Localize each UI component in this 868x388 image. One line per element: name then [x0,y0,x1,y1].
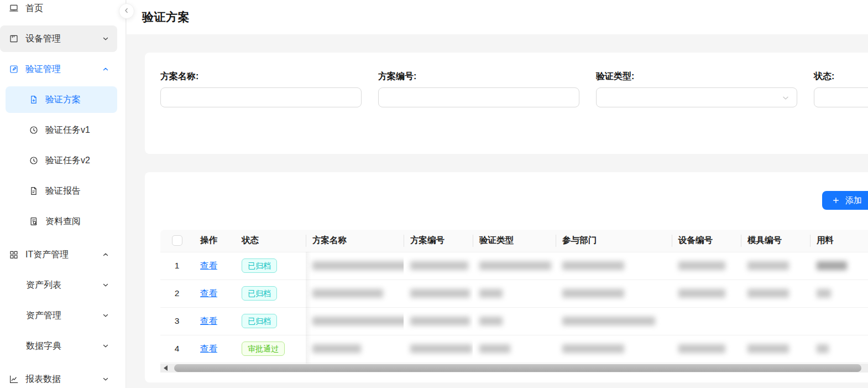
sidebar-collapse-button[interactable] [119,3,134,19]
page-header: 验证方案 [127,0,868,34]
column-header: 方案名称 [306,230,404,252]
add-button[interactable]: 添加 [822,191,868,210]
left-triangle-icon [164,365,168,371]
redacted-text [747,344,789,353]
sidebar-item-label: 验证任务v2 [45,155,109,167]
table-row: 3查看已归档 [160,307,868,335]
status-cell: 已归档 [235,252,306,280]
column-header: 操作 [194,230,235,252]
sidebar-item-verify-report[interactable]: 验证报告 [6,178,117,204]
status-select[interactable] [814,87,868,107]
redacted-text [410,317,470,325]
file-add-icon [29,95,39,105]
redacted-text [410,289,470,298]
redacted-text [312,317,404,325]
filter-field-verify-type: 验证类型: [596,71,797,107]
redacted-text [410,261,468,270]
table-row: 4查看审批通过 [160,335,868,363]
status-cell: 已归档 [235,307,306,335]
row-index: 1 [160,252,194,280]
sidebar-item-label: 验证方案 [45,94,109,106]
sidebar-item-doc-review[interactable]: 资料查阅 [6,208,117,235]
row-index: 4 [160,335,194,363]
status-badge: 已归档 [242,258,277,273]
select-all-checkbox[interactable] [172,235,182,246]
filter-label: 验证类型: [596,71,797,82]
redacted-cell [306,335,404,363]
sidebar-item-asset-list[interactable]: 资产列表 [6,272,117,298]
redacted-text [562,261,624,270]
status-badge: 已归档 [242,286,277,301]
action-cell: 查看 [194,335,235,363]
redacted-text [312,289,383,298]
sidebar-item-label: 验证任务v1 [45,125,109,136]
sidebar-item-label: 验证管理 [25,64,102,75]
plan-code-input[interactable] [378,87,579,107]
redacted-cell [741,307,810,335]
column-header: 设备编号 [672,230,741,252]
redacted-cell [741,335,810,363]
sidebar-item-verify-mgmt[interactable]: 验证管理 [0,56,117,82]
page-title: 验证方案 [142,9,190,25]
sidebar-item-verify-plan[interactable]: 验证方案 [6,86,117,113]
redacted-cell [556,335,672,363]
edit-square-icon [9,64,19,74]
filter-label: 方案编号: [378,71,579,82]
sidebar-item-verify-task-v1[interactable]: 验证任务v1 [6,117,117,143]
sidebar-item-report-data[interactable]: 报表数据 [0,366,117,388]
sidebar-item-asset-mgmt[interactable]: 资产管理 [6,302,117,329]
sidebar-item-label: IT资产管理 [25,249,102,261]
view-link[interactable]: 查看 [200,344,217,353]
column-header: 用料 [810,230,868,252]
redacted-cell [473,307,556,335]
clock-icon [29,156,39,165]
filter-fields: 方案名称:方案编号:验证类型:状态: [160,71,868,107]
status-badge: 已归档 [242,314,277,328]
redacted-cell [810,252,868,280]
sidebar-item-it-asset-mgmt[interactable]: IT资产管理 [0,241,117,268]
status-badge: 审批通过 [242,342,285,356]
redacted-cell [741,252,810,280]
redacted-text [410,344,472,353]
sidebar-item-device-mgmt[interactable]: 设备管理 [0,25,117,52]
sidebar-item-label: 设备管理 [25,33,102,45]
view-link[interactable]: 查看 [200,261,217,270]
filter-field-plan-code: 方案编号: [378,71,579,107]
file-pdf-icon [29,186,39,196]
scrollbar-thumb[interactable] [174,364,861,372]
main-area: 验证方案 方案名称:方案编号:验证类型:状态: 添加 操作状态方案名称方案编号验… [127,0,868,388]
redacted-text [312,261,404,270]
redacted-cell [306,252,404,280]
redacted-cell [741,280,810,307]
table-panel: 添加 操作状态方案名称方案编号验证类型参与部门设备编号模具编号用料 1查看已归档… [145,172,868,382]
redacted-cell [473,252,556,280]
filter-panel: 方案名称:方案编号:验证类型:状态: [145,53,868,154]
redacted-cell [404,307,473,335]
chevron-down-icon [102,281,109,289]
view-link[interactable]: 查看 [200,288,217,298]
action-cell: 查看 [194,252,235,280]
horizontal-scrollbar[interactable] [160,364,868,373]
sidebar-item-label: 数据字典 [26,340,102,352]
redacted-cell [672,252,741,280]
scroll-left-arrow[interactable] [160,364,170,373]
redacted-text [817,261,847,270]
sidebar-item-home[interactable]: 首页 [0,0,117,22]
verify-type-select[interactable] [596,87,797,107]
sidebar-item-verify-task-v2[interactable]: 验证任务v2 [6,147,117,174]
sidebar-item-label: 资产列表 [26,280,102,291]
chevron-down-icon [102,35,109,43]
sidebar-menu: 首页设备管理验证管理验证方案验证任务v1验证任务v2验证报告资料查阅IT资产管理… [0,0,126,388]
filter-label: 方案名称: [160,71,362,82]
redacted-text [678,289,725,298]
sidebar-item-data-dict[interactable]: 数据字典 [6,333,117,359]
view-link[interactable]: 查看 [200,316,217,325]
row-index: 3 [160,307,194,335]
status-cell: 已归档 [235,280,306,307]
redacted-cell [810,307,868,335]
redacted-cell [672,335,741,363]
plan-name-input[interactable] [160,87,362,107]
chevron-down-icon [102,312,109,319]
redacted-cell [404,335,473,363]
action-cell: 查看 [194,280,235,307]
